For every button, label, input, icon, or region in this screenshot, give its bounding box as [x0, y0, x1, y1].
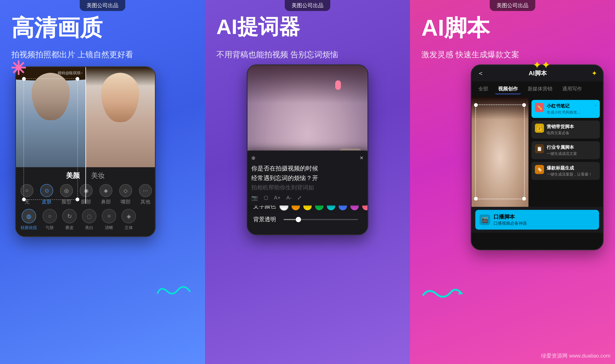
prompter-text: 你是否在拍摄视频的时候 经常遇到忘词的烦恼？开 拍相机帮助你生到背词如	[251, 164, 364, 192]
koubo-text: 口播脚本 口播视频必备神器	[493, 213, 527, 226]
card1-text: 小红书笔记 生成小红书风格笔...	[547, 103, 592, 115]
phone3-tabs: 全部 视频创作 新媒体营销 通用写作	[471, 81, 603, 97]
panel3-subtitle: 激发灵感 快速生成爆款文案	[421, 49, 604, 60]
pink-hair-clip	[335, 80, 341, 90]
move-icon: ⊕	[251, 155, 256, 161]
asterisk-decoration: ✳	[10, 59, 26, 78]
font-decrease-icon[interactable]: A-	[286, 195, 292, 201]
panel2-badge: 美图公司出品	[285, 0, 330, 11]
hair-overlay-p2	[247, 65, 368, 103]
item-quban[interactable]: ◍ 祛斑祛痘	[21, 209, 37, 231]
item-mopi[interactable]: ↻ 磨皮	[62, 209, 77, 231]
card1-sub: 生成小红书风格笔...	[547, 110, 592, 115]
card3-title: 行业专属脚本	[547, 144, 596, 150]
koubo-icon: 🎬	[479, 214, 490, 225]
koubo-sub: 口播视频必备神器	[493, 221, 527, 226]
phone-mockup-1: 模特@陈琪琪~	[15, 66, 156, 237]
share-icon[interactable]: ⬡	[264, 195, 268, 201]
card2-sub: 电商文案必备	[547, 130, 596, 136]
industry-icon: 📋	[535, 144, 544, 153]
sales-icon: 💰	[535, 124, 544, 133]
panel-3: 美图公司出品 AI脚本 激发灵感 快速生成爆款文案 ✦✦ ＜ AI脚本 ✦ 全部…	[410, 0, 615, 364]
item-meibai[interactable]: ◌ 美白	[82, 209, 96, 231]
script-card-xiaohongshu[interactable]: ✏️ 小红书笔记 生成小红书风格笔... ›	[532, 100, 600, 118]
beauty-tab-meizhuang[interactable]: 美妆	[91, 171, 105, 180]
card4-title: 爆款标题生成	[547, 165, 596, 171]
prompter-header: ⊕ ✕	[251, 155, 364, 161]
script-card-viral[interactable]: 🏷️ 爆款标题生成 一键生成流量题，让看爆！	[532, 162, 600, 180]
panel3-badge: 美图公司出品	[490, 0, 535, 11]
split-line	[85, 67, 86, 204]
card1-title: 小红书笔记	[547, 103, 592, 109]
script-card-sales[interactable]: 💰 营销带货脚本 电商文案必备	[532, 121, 600, 139]
screen-left: 模特@陈琪琪~	[16, 67, 85, 204]
script-cards: ✏️ 小红书笔记 生成小红书风格笔... › 💰 营销带货脚本 电商文案必备	[528, 97, 603, 207]
phone3-bottom: 🎬 口播脚本 口播视频必备神器	[471, 207, 603, 233]
card3-sub: 一键生成成流文案	[547, 151, 596, 156]
xiaohongshu-icon: ✏️	[535, 103, 544, 112]
camera-icon[interactable]: 📷	[251, 195, 258, 201]
panel1-badge: 美图公司出品	[80, 0, 125, 11]
eye-icon: ◉	[80, 184, 93, 197]
model-label: 模特@陈琪琪~	[58, 71, 83, 76]
script-card-industry[interactable]: 📋 行业专属脚本 一键生成成流文案	[532, 141, 600, 159]
sub-tab-nose[interactable]: ◈ 鼻部	[99, 184, 112, 205]
back-button[interactable]: ＜	[477, 69, 484, 78]
selection-box-p3	[475, 104, 525, 199]
nose-icon: ◈	[99, 184, 112, 197]
card3-text: 行业专属脚本 一键生成成流文案	[547, 144, 596, 156]
bg-opacity-row: 背景透明	[253, 216, 362, 223]
close-icon[interactable]: ✕	[359, 155, 364, 161]
sparkle-icon: ✦	[591, 69, 597, 77]
card2-title: 营销带货脚本	[547, 124, 596, 130]
phone-mockup-3: ＜ AI脚本 ✦ 全部 视频创作 新媒体营销 通用写作	[471, 65, 604, 250]
panel2-title: AI提词器	[216, 15, 399, 38]
squiggle-decoration	[156, 284, 194, 299]
crop-box	[24, 78, 78, 200]
sub-tab-other[interactable]: ⋯ 其他	[139, 184, 152, 205]
card1-arrow: ›	[595, 103, 596, 108]
font-increase-icon[interactable]: A+	[274, 195, 281, 201]
bg-label: 背景透明	[253, 216, 280, 223]
phone-mockup-2: ⊕ ✕ 你是否在拍摄视频的时候 经常遇到忘词的烦恼？开 拍相机帮助你生到背词如 …	[247, 65, 368, 235]
card4-text: 爆款标题生成 一键生成流量题，让看爆！	[547, 165, 596, 177]
prompter-card: ⊕ ✕ 你是否在拍摄视频的时候 经常遇到忘词的烦恼？开 拍相机帮助你生到背词如 …	[247, 151, 368, 206]
panel3-title: AI脚本	[421, 15, 604, 40]
tab-writing[interactable]: 通用写作	[559, 84, 585, 94]
sub-tab-mouth[interactable]: ◇ 嘴部	[119, 184, 132, 205]
item-qingxi[interactable]: ✧ 清晰	[102, 209, 116, 231]
panel1-title: 高清画质	[11, 15, 194, 40]
koubo-card[interactable]: 🎬 口播脚本 口播视频必备神器	[475, 210, 599, 230]
item-liti[interactable]: ◈ 立体	[122, 209, 136, 231]
other-icon: ⋯	[139, 184, 152, 197]
mouth-icon: ◇	[119, 184, 132, 197]
koubo-title: 口播脚本	[493, 213, 527, 221]
panel1-subtitle: 拍视频拍照都出片 上镜自然更好看	[11, 49, 194, 60]
bottom-items: ◍ 祛斑祛痘 ○ 匀肤 ↻ 磨皮 ◌ 美白 ✧ 清晰	[16, 209, 155, 231]
viral-icon: 🏷️	[535, 165, 544, 174]
tab-all[interactable]: 全部	[475, 84, 491, 94]
teal-arrow-decoration	[421, 284, 463, 303]
prompter-toolbar: 📷 ⬡ A+ A- ⤢	[251, 195, 364, 201]
card4-sub: 一键生成流量题，让看爆！	[547, 172, 596, 177]
panel2-subtitle: 不用背稿也能拍视频 告别忘词烦恼	[216, 49, 399, 60]
tab-video[interactable]: 视频创作	[495, 84, 521, 94]
item-yunfu[interactable]: ○ 匀肤	[42, 209, 57, 231]
expand-icon[interactable]: ⤢	[297, 195, 302, 201]
card2-text: 营销带货脚本 电商文案必备	[547, 124, 596, 136]
script-photo	[471, 97, 528, 207]
site-watermark: 绿爱资源网 www.dualiao.com	[541, 352, 610, 359]
stars-decoration: ✦✦	[533, 59, 550, 71]
sub-tab-eyes[interactable]: ◉ 眼部	[80, 184, 93, 205]
panel-2: 美图公司出品 AI提词器 不用背稿也能拍视频 告别忘词烦恼 ⊕ ✕ 你是否在拍摄…	[205, 0, 410, 364]
phone3-content: ✏️ 小红书笔记 生成小红书风格笔... › 💰 营销带货脚本 电商文案必备	[471, 97, 603, 207]
bg-slider[interactable]	[284, 219, 358, 220]
panel-1: 美图公司出品 高清画质 拍视频拍照都出片 上镜自然更好看 ✳ 模特@陈琪琪~	[0, 0, 205, 364]
tab-media[interactable]: 新媒体营销	[525, 84, 555, 94]
